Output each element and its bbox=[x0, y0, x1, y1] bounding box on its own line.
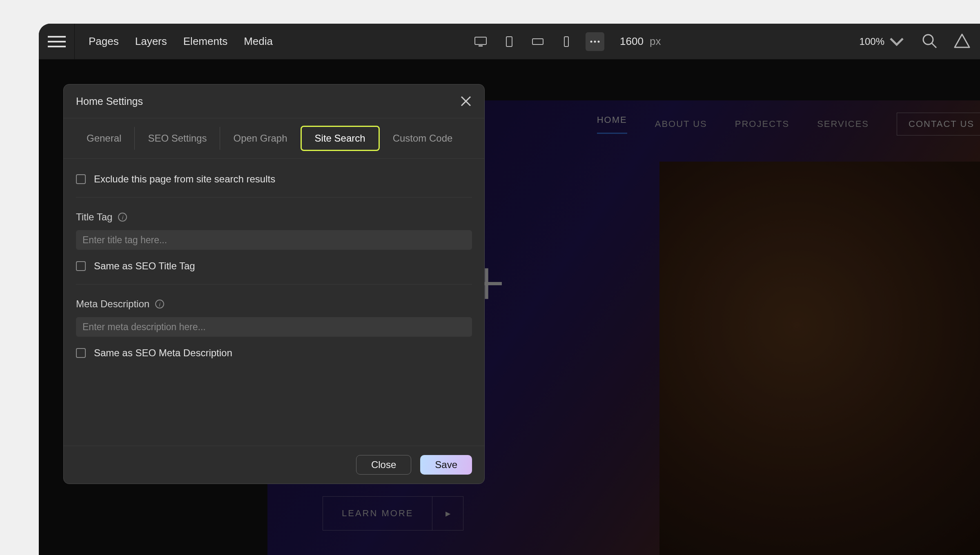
home-settings-modal: Home Settings General SEO Settings Open … bbox=[63, 84, 485, 484]
svg-point-10 bbox=[598, 40, 600, 42]
tab-site-search[interactable]: Site Search bbox=[301, 126, 380, 151]
svg-rect-3 bbox=[475, 37, 486, 44]
modal-close-button[interactable] bbox=[460, 95, 472, 107]
svg-rect-6 bbox=[532, 39, 543, 44]
save-button[interactable]: Save bbox=[420, 455, 472, 475]
exclude-label: Exclude this page from site search resul… bbox=[94, 173, 275, 185]
tab-general[interactable]: General bbox=[74, 127, 135, 150]
canvas-width-unit: px bbox=[650, 35, 661, 47]
svg-point-9 bbox=[594, 40, 596, 42]
svg-rect-4 bbox=[479, 45, 483, 47]
svg-rect-1 bbox=[48, 41, 66, 42]
more-icon bbox=[589, 36, 601, 47]
info-icon[interactable]: i bbox=[118, 213, 127, 222]
topbar-tab-media[interactable]: Media bbox=[244, 35, 273, 48]
tablet-landscape-icon bbox=[532, 36, 544, 47]
topbar-center: 1600 px bbox=[273, 32, 860, 51]
device-desktop-button[interactable] bbox=[471, 32, 490, 51]
topbar-tab-layers[interactable]: Layers bbox=[135, 35, 167, 48]
meta-desc-same-label: Same as SEO Meta Description bbox=[94, 347, 232, 359]
editor-canvas: HOME ABOUT US PROJECTS SERVICES CONTACT … bbox=[39, 60, 980, 555]
tab-open-graph[interactable]: Open Graph bbox=[220, 127, 300, 150]
canvas-width-display[interactable]: 1600 px bbox=[620, 35, 661, 48]
device-tablet-button[interactable] bbox=[500, 32, 519, 51]
device-more-button[interactable] bbox=[586, 32, 604, 51]
svg-line-12 bbox=[932, 43, 936, 48]
svg-rect-0 bbox=[48, 36, 66, 38]
svg-rect-2 bbox=[48, 46, 66, 47]
meta-desc-input[interactable] bbox=[76, 317, 472, 337]
title-tag-same-label: Same as SEO Title Tag bbox=[94, 260, 195, 272]
phone-icon bbox=[560, 36, 572, 47]
chevron-down-icon bbox=[889, 33, 905, 50]
device-phone-button[interactable] bbox=[557, 32, 576, 51]
svg-rect-5 bbox=[506, 37, 512, 47]
meta-desc-block: Meta Description i Same as SEO Meta Desc… bbox=[76, 284, 472, 371]
tab-custom-code[interactable]: Custom Code bbox=[380, 127, 466, 150]
info-icon[interactable]: i bbox=[155, 300, 164, 309]
canvas-width-value: 1600 bbox=[620, 35, 644, 47]
tab-seo-settings[interactable]: SEO Settings bbox=[135, 127, 220, 150]
close-icon bbox=[460, 95, 472, 107]
search-button[interactable] bbox=[921, 33, 938, 51]
warning-icon bbox=[954, 33, 970, 49]
search-icon bbox=[921, 33, 938, 49]
zoom-value: 100% bbox=[860, 36, 884, 47]
title-tag-same-row: Same as SEO Title Tag bbox=[76, 260, 472, 272]
hamburger-button[interactable] bbox=[39, 24, 75, 60]
svg-point-8 bbox=[590, 40, 592, 42]
title-tag-same-checkbox[interactable] bbox=[76, 261, 86, 271]
topbar: Pages Layers Elements Media bbox=[39, 24, 980, 60]
zoom-dropdown[interactable]: 100% bbox=[860, 33, 905, 50]
exclude-checkbox[interactable] bbox=[76, 174, 86, 184]
meta-desc-same-checkbox[interactable] bbox=[76, 348, 86, 358]
alerts-button[interactable] bbox=[954, 33, 970, 51]
meta-desc-label-text: Meta Description bbox=[76, 298, 149, 310]
topbar-tab-pages[interactable]: Pages bbox=[89, 35, 119, 48]
topbar-tabs: Pages Layers Elements Media bbox=[89, 35, 273, 48]
modal-header: Home Settings bbox=[64, 84, 484, 118]
title-tag-label-text: Title Tag bbox=[76, 211, 112, 223]
desktop-icon bbox=[474, 36, 487, 47]
topbar-right: 100% bbox=[860, 33, 970, 51]
hamburger-icon bbox=[48, 36, 66, 47]
title-tag-label: Title Tag i bbox=[76, 211, 472, 223]
tablet-portrait-icon bbox=[503, 36, 515, 47]
meta-desc-same-row: Same as SEO Meta Description bbox=[76, 347, 472, 359]
close-button[interactable]: Close bbox=[356, 455, 411, 475]
exclude-row: Exclude this page from site search resul… bbox=[76, 170, 472, 198]
meta-desc-label: Meta Description i bbox=[76, 298, 472, 310]
app-frame: Pages Layers Elements Media bbox=[39, 24, 980, 555]
topbar-tab-elements[interactable]: Elements bbox=[183, 35, 227, 48]
title-tag-block: Title Tag i Same as SEO Title Tag bbox=[76, 198, 472, 284]
svg-rect-7 bbox=[564, 37, 568, 47]
modal-tabs: General SEO Settings Open Graph Site Sea… bbox=[64, 118, 484, 159]
modal-title: Home Settings bbox=[76, 95, 143, 107]
device-tablet-landscape-button[interactable] bbox=[528, 32, 547, 51]
title-tag-input[interactable] bbox=[76, 230, 472, 250]
svg-point-11 bbox=[923, 35, 933, 44]
modal-footer: Close Save bbox=[64, 446, 484, 484]
modal-body: Exclude this page from site search resul… bbox=[64, 159, 484, 446]
